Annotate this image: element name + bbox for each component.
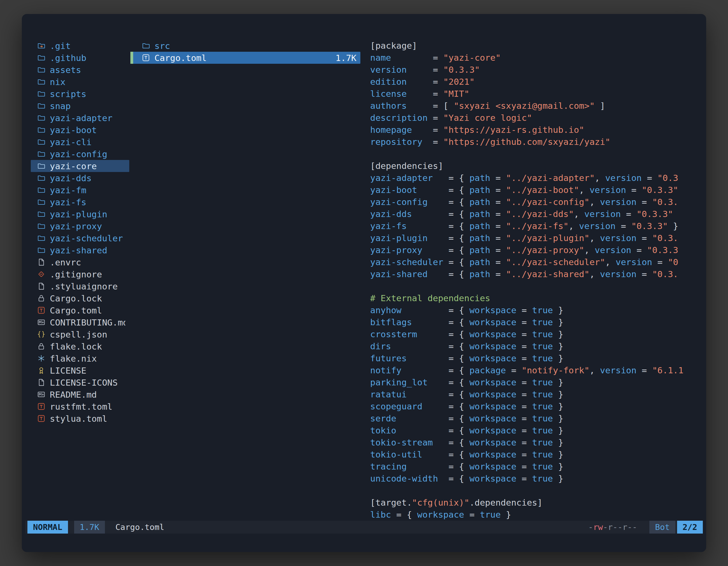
folder-icon — [36, 197, 46, 208]
item-label: Cargo.toml — [50, 305, 102, 315]
folder-icon — [36, 245, 46, 256]
preview-line: yazi-dds = { path = "../yazi-dds", versi… — [370, 208, 703, 220]
git-icon — [36, 269, 46, 280]
dir-item-yazi-adapter[interactable]: yazi-adapter — [31, 112, 129, 124]
dir-item-yazi-scheduler[interactable]: yazi-scheduler — [31, 232, 129, 244]
file-item-CONTRIBUTING.md[interactable]: CONTRIBUTING.md — [31, 316, 129, 328]
preview-line: libc = { workspace = true } — [370, 509, 703, 521]
status-filename: Cargo.toml — [116, 522, 165, 532]
item-label: yazi-core — [50, 161, 97, 171]
item-label: yazi-dds — [50, 173, 91, 183]
dir-item-yazi-cli[interactable]: yazi-cli — [31, 136, 129, 148]
item-label: .styluaignore — [50, 281, 118, 291]
item-label: yazi-plugin — [50, 209, 107, 219]
dir-item-yazi-shared[interactable]: yazi-shared — [31, 244, 129, 256]
preview-line: unicode-width = { workspace = true } — [370, 473, 703, 485]
mode-badge: NORMAL — [27, 521, 68, 534]
toml-icon — [140, 53, 151, 63]
dir-item-nix[interactable]: nix — [31, 76, 129, 88]
dir-item-yazi-proxy[interactable]: yazi-proxy — [31, 220, 129, 232]
item-label: yazi-shared — [50, 245, 107, 255]
preview-line: [target."cfg(unix)".dependencies] — [370, 497, 703, 509]
folder-icon — [36, 185, 46, 196]
preview-line: notify = { package = "notify-fork", vers… — [370, 364, 703, 376]
folder-icon — [36, 209, 46, 220]
preview-line: tokio-util = { workspace = true } — [370, 448, 703, 461]
file-item-README.md[interactable]: README.md — [31, 388, 129, 400]
current-pane: srcCargo.toml1.7K — [130, 40, 360, 64]
item-label: rustfmt.toml — [50, 401, 112, 412]
markdown-icon — [36, 389, 46, 400]
file-icon — [36, 257, 46, 268]
preview-line: futures = { workspace = true } — [370, 352, 703, 364]
file-item-flake.lock[interactable]: flake.lock — [31, 340, 129, 352]
file-item-stylua.toml[interactable]: stylua.toml — [31, 412, 129, 424]
folder-icon — [36, 65, 46, 75]
item-label: README.md — [50, 389, 97, 400]
folder-icon — [36, 137, 46, 147]
dir-item-.github[interactable]: .github — [31, 52, 129, 64]
braces-icon — [36, 329, 46, 340]
perm-rw: rw — [593, 522, 603, 532]
terminal-window: .git.githubassetsnixscriptssnapyazi-adap… — [22, 14, 706, 552]
preview-line: crossterm = { workspace = true } — [370, 328, 703, 340]
preview-line: [package] — [370, 40, 703, 52]
preview-line: yazi-scheduler = { path = "../yazi-sched… — [370, 256, 703, 268]
file-item-Cargo.toml[interactable]: Cargo.toml1.7K — [130, 52, 360, 64]
folder-icon — [36, 77, 46, 87]
dir-item-yazi-boot[interactable]: yazi-boot — [31, 124, 129, 136]
preview-line: yazi-fs = { path = "../yazi-fs", version… — [370, 220, 703, 232]
folder-icon — [36, 221, 46, 232]
preview-line: anyhow = { workspace = true } — [370, 304, 703, 316]
file-item-LICENSE[interactable]: LICENSE — [31, 364, 129, 376]
preview-line: authors = [ "sxyazi <sxyazi@gmail.com>" … — [370, 100, 703, 112]
item-label: yazi-cli — [50, 137, 91, 147]
file-item-.envrc[interactable]: .envrc — [31, 256, 129, 268]
item-label: yazi-scheduler — [50, 233, 123, 243]
folder-icon — [140, 41, 151, 51]
file-item-cspell.json[interactable]: cspell.json — [31, 328, 129, 340]
dir-item-yazi-config[interactable]: yazi-config — [31, 148, 129, 160]
perm-rest: -r--r-- — [603, 522, 637, 532]
dir-item-.git[interactable]: .git — [31, 40, 129, 52]
item-label: LICENSE-ICONS — [50, 377, 118, 387]
item-label: scripts — [50, 89, 86, 99]
file-item-flake.nix[interactable]: flake.nix — [31, 352, 129, 364]
file-item-rustfmt.toml[interactable]: rustfmt.toml — [31, 400, 129, 412]
file-permissions: -rw-r--r-- — [588, 522, 637, 532]
preview-line — [370, 485, 703, 497]
preview-line: yazi-adapter = { path = "../yazi-adapter… — [370, 172, 703, 184]
dir-item-scripts[interactable]: scripts — [31, 88, 129, 100]
dir-item-yazi-fm[interactable]: yazi-fm — [31, 184, 129, 196]
perm-prefix: - — [588, 522, 593, 532]
file-item-Cargo.lock[interactable]: Cargo.lock — [31, 292, 129, 304]
dir-item-src[interactable]: src — [130, 40, 360, 52]
preview-line: yazi-boot = { path = "../yazi-boot", ver… — [370, 184, 703, 196]
preview-line — [370, 148, 703, 160]
preview-line: ratatui = { workspace = true } — [370, 388, 703, 400]
dir-item-snap[interactable]: snap — [31, 100, 129, 112]
toml-icon — [36, 305, 46, 316]
file-item-LICENSE-ICONS[interactable]: LICENSE-ICONS — [31, 376, 129, 388]
file-size-badge: 1.7K — [74, 521, 105, 534]
dir-item-yazi-core[interactable]: yazi-core — [31, 160, 129, 172]
item-label: src — [154, 41, 170, 51]
scroll-position-badge: Bot — [649, 521, 675, 534]
item-label: LICENSE — [50, 365, 86, 375]
toml-icon — [36, 413, 46, 424]
file-item-.gitignore[interactable]: .gitignore — [31, 268, 129, 280]
dir-item-yazi-dds[interactable]: yazi-dds — [31, 172, 129, 184]
dir-item-yazi-fs[interactable]: yazi-fs — [31, 196, 129, 208]
item-label: Cargo.toml — [154, 53, 207, 63]
preview-line: parking_lot = { workspace = true } — [370, 376, 703, 388]
file-icon — [36, 377, 46, 388]
item-label: Cargo.lock — [50, 293, 102, 303]
preview-line: tokio = { workspace = true } — [370, 424, 703, 436]
dir-item-assets[interactable]: assets — [31, 64, 129, 76]
preview-pane[interactable]: [package]name = "yazi-core"version = "0.… — [370, 40, 703, 521]
file-item-.styluaignore[interactable]: .styluaignore — [31, 280, 129, 292]
dir-item-yazi-plugin[interactable]: yazi-plugin — [31, 208, 129, 220]
item-label: yazi-config — [50, 149, 107, 159]
preview-line — [370, 280, 703, 292]
file-item-Cargo.toml[interactable]: Cargo.toml — [31, 304, 129, 316]
